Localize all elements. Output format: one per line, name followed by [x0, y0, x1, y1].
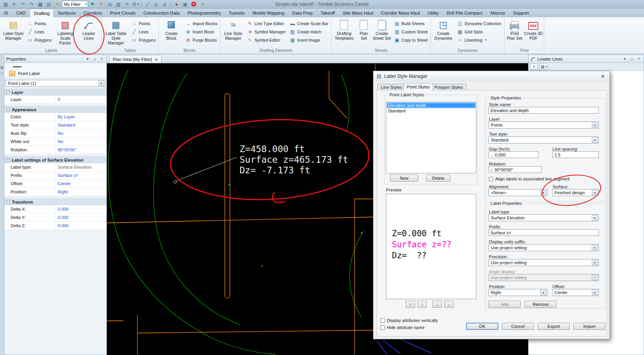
filter-manager-icon[interactable]: ⚑	[97, 0, 105, 8]
property-value[interactable]: No	[55, 139, 106, 144]
plan-view-tab[interactable]: Plan View [My Filter] ×	[109, 55, 161, 63]
close-icon[interactable]: ×	[599, 73, 606, 79]
ribbon-tab-macros[interactable]: Macros	[487, 9, 509, 17]
redo-icon[interactable]: ↷	[27, 0, 36, 8]
dock-icon[interactable]: ▦	[0, 66, 4, 69]
leader-lines-button[interactable]: Leader Lines	[77, 18, 100, 47]
position-combo[interactable]: Right▾	[488, 289, 547, 296]
move-up-button[interactable]: ↑	[406, 301, 415, 308]
ribbon-tab-site-mass-haul[interactable]: Site Mass Haul	[339, 9, 377, 17]
point-label-styles-list[interactable]: Elevation and depth Standard	[386, 102, 476, 173]
ribbon-tab-photogrammetry[interactable]: Photogrammetry	[183, 9, 225, 17]
selection-filter-combo[interactable]: My Filter ▾	[62, 1, 88, 7]
insert-image-button[interactable]: ▦Insert Image	[288, 36, 330, 44]
new-view-icon[interactable]: ▤	[114, 0, 123, 8]
display-attributes-vertically-checkbox[interactable]: Display attributes vertically	[381, 318, 438, 323]
qat-menu-icon[interactable]: ▾	[198, 0, 207, 8]
delete-button[interactable]: Delete	[426, 175, 450, 182]
create-sheet-set-button[interactable]: Create Sheet Set	[372, 18, 392, 47]
import-button[interactable]: Import	[573, 323, 606, 330]
copy-to-sheet-button[interactable]: ▣Copy to Sheet	[392, 36, 429, 44]
ribbon-tab-support[interactable]: Support	[509, 9, 532, 17]
section-header-appearance[interactable]: − Appearance	[4, 106, 106, 113]
ribbon-tab-surfaces[interactable]: Surfaces	[54, 9, 79, 17]
stop-icon[interactable]: ×	[190, 0, 198, 8]
property-row[interactable]: Text style:Standard	[4, 121, 106, 129]
property-value[interactable]: Standard	[55, 123, 106, 127]
new-button[interactable]: New	[390, 175, 418, 182]
close-icon[interactable]: ×	[99, 57, 104, 61]
section-header-transform[interactable]: − Transform	[4, 199, 106, 205]
label-polygons-button[interactable]: ▭Polygons	[26, 36, 53, 44]
line-type-editor-button[interactable]: ✎Line Type Editor	[245, 19, 287, 28]
text-style-combo[interactable]: Standard▾	[488, 136, 599, 143]
section-header-layer[interactable]: − Layer	[4, 89, 106, 96]
property-value[interactable]: 0	[55, 97, 106, 102]
move-right-button[interactable]: →	[444, 301, 454, 308]
collapse-icon[interactable]: −	[6, 200, 10, 204]
ribbon-tab-drafting[interactable]: Drafting	[29, 9, 54, 17]
dynaview-collection-button[interactable]: ◫Dynaview Collection	[456, 19, 503, 28]
table-points-button[interactable]: ∴Points	[130, 19, 157, 28]
dialog-titlebar[interactable]: ▤ Label Style Manager ×	[373, 71, 609, 81]
table-polygons-button[interactable]: ▭Polygons	[130, 36, 157, 44]
ribbon-tab-utility[interactable]: Utility	[424, 9, 443, 17]
tab-point-styles[interactable]: Point Styles	[403, 83, 433, 90]
property-row[interactable]: Auto flip:No	[4, 129, 106, 138]
list-item[interactable]: Standard	[387, 108, 476, 114]
label-type-combo[interactable]: Surface Elevation▾	[488, 214, 599, 221]
ribbon-tab-gis[interactable]: IS	[0, 9, 12, 17]
table-icon[interactable]: ▦	[36, 0, 44, 8]
move-down-button[interactable]: ↓	[417, 301, 427, 308]
ribbon-tab-data-prep[interactable]: Data Prep	[288, 9, 317, 17]
label-points-button[interactable]: ∴Points	[26, 19, 53, 28]
property-row[interactable]: Delta Z:0.000	[4, 222, 106, 230]
view-filter-icon[interactable]: ⚑	[88, 0, 97, 8]
symbol-manager-button[interactable]: ∗Symbol Manager	[245, 28, 287, 36]
move-left-button[interactable]: ←	[432, 301, 442, 308]
sync-icon[interactable]: ↻	[10, 0, 18, 8]
drafting-templates-button[interactable]: Drafting Templates	[333, 18, 355, 47]
property-row[interactable]: Color:By Layer	[4, 113, 106, 121]
gap-field[interactable]: ↔	[488, 151, 538, 158]
selection-combo[interactable]: Point Label (1) ▾	[5, 80, 105, 87]
measure-distance-icon[interactable]: ╱	[143, 0, 152, 8]
create-block-button[interactable]: Create Block	[160, 18, 183, 47]
import-blocks-button[interactable]: →Import Blocks	[183, 19, 219, 28]
report-icon[interactable]: ▤	[45, 0, 53, 8]
property-value[interactable]: 0.000	[55, 215, 106, 220]
dock-icon[interactable]: ≡	[1, 72, 3, 75]
leader-display-dropdown[interactable]: ▦▾	[539, 64, 548, 70]
remove-button[interactable]: Remove	[525, 301, 557, 308]
tab-polygon-styles[interactable]: Polygon Styles	[431, 84, 467, 90]
ribbon-tab-cad[interactable]: CAD	[12, 9, 29, 17]
alignment-combo[interactable]: <None>▾	[488, 189, 547, 196]
offset-combo[interactable]: Center▾	[552, 289, 599, 296]
ribbon-tab-mobile-mapping[interactable]: Mobile Mapping	[249, 9, 288, 17]
tab-line-styles[interactable]: Line Styles	[377, 84, 406, 90]
project-data-icon[interactable]: ▦	[2, 0, 10, 8]
ribbon-tab-tunnels[interactable]: Tunnels	[225, 9, 249, 17]
build-sheets-button[interactable]: ▤Build Sheets	[392, 19, 429, 28]
cancel-button[interactable]: Cancel	[502, 323, 534, 330]
print-plan-set-button[interactable]: Print Plan Set	[506, 18, 523, 47]
close-icon[interactable]: ×	[155, 57, 157, 62]
checkbox-box[interactable]	[381, 326, 385, 330]
leader-style-dropdown[interactable]: ▾	[530, 64, 538, 70]
grid-style-button[interactable]: ▦Grid Style	[456, 28, 503, 36]
rotation-field[interactable]: ∠	[488, 166, 542, 173]
create-scale-bar-button[interactable]: ▬Create Scale Bar	[288, 19, 330, 28]
snapshot-icon[interactable]: ▣	[181, 0, 189, 8]
property-value[interactable]: 90°00'00"	[55, 147, 106, 152]
insert-block-button[interactable]: ⊕Insert Block	[183, 28, 219, 36]
create-3d-pdf-button[interactable]: PDF Create 3D PDF	[524, 18, 543, 47]
section-header-label-settings[interactable]: − Label settings of Surface Elevation	[4, 156, 106, 163]
property-row[interactable]: Layer: 0	[4, 96, 106, 104]
layer-combo[interactable]: Points▾	[488, 121, 599, 129]
pin-icon[interactable]: ⊥	[629, 57, 635, 61]
export-button[interactable]: Export	[538, 323, 570, 330]
style-name-input[interactable]	[488, 107, 599, 114]
symbol-editor-button[interactable]: ✎Symbol Editor	[245, 36, 287, 44]
ribbon-tab-construction-data[interactable]: Construction Data	[139, 9, 183, 17]
property-row[interactable]: Position:Right	[4, 188, 106, 196]
